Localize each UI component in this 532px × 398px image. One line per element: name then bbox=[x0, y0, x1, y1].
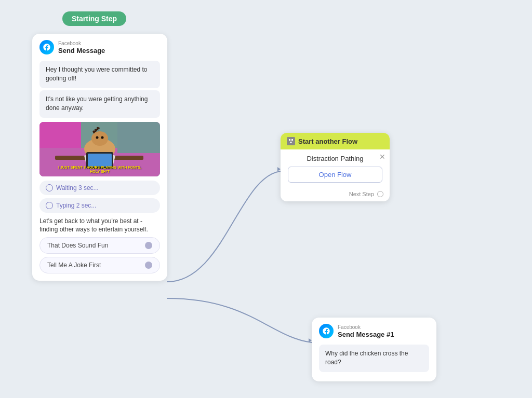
flow-name: Distraction Pathing bbox=[288, 155, 382, 162]
next-step-label: Next Step bbox=[349, 191, 374, 197]
quick-reply-1[interactable]: That Does Sound Fun bbox=[39, 237, 160, 254]
next-step-connector bbox=[377, 191, 383, 197]
typing-chip: Typing 2 sec... bbox=[39, 198, 160, 213]
svg-rect-13 bbox=[289, 139, 290, 141]
starting-step-badge: Starting Step bbox=[62, 11, 126, 26]
clock-icon bbox=[46, 184, 53, 191]
main-send-message-card: Facebook Send Message Hey I thought you … bbox=[32, 34, 167, 281]
quick-reply-1-label: That Does Sound Fun bbox=[47, 242, 108, 249]
message-image: I JUST SPENT 8 HOURS PLAYING WITH FONTS.… bbox=[39, 122, 160, 176]
image-placeholder: I JUST SPENT 8 HOURS PLAYING WITH FONTS.… bbox=[39, 122, 160, 176]
card-title: Send Message bbox=[58, 47, 105, 54]
svg-point-10 bbox=[101, 136, 104, 139]
card-header: Facebook Send Message bbox=[32, 34, 167, 59]
typing-clock-icon bbox=[46, 202, 53, 209]
card-header-text: Facebook Send Message bbox=[58, 40, 105, 54]
flow-card-header: Start another Flow bbox=[281, 133, 390, 149]
closing-message: Let's get back to what you're best at - … bbox=[39, 217, 160, 235]
send-message-1-card: Facebook Send Message #1 Why did the chi… bbox=[312, 318, 436, 381]
quick-reply-2-connector bbox=[145, 262, 152, 269]
svg-rect-4 bbox=[117, 122, 160, 153]
flow-card-body: Distraction Pathing Open Flow bbox=[281, 149, 390, 188]
message-bubble-1: Hey I thought you were committed to goof… bbox=[39, 61, 160, 88]
quick-reply-1-connector bbox=[145, 242, 152, 249]
facebook-icon-2 bbox=[319, 324, 334, 338]
platform-label: Facebook bbox=[58, 40, 105, 47]
next-step-row: Next Step bbox=[281, 188, 390, 201]
quick-reply-2-label: Tell Me A Joke First bbox=[47, 262, 101, 269]
card-header-2: Facebook Send Message #1 bbox=[312, 318, 436, 342]
open-flow-button[interactable]: Open Flow bbox=[288, 167, 382, 183]
flow-icon bbox=[287, 137, 295, 145]
svg-point-8 bbox=[91, 131, 108, 146]
svg-point-9 bbox=[96, 136, 99, 139]
facebook-icon bbox=[39, 40, 54, 54]
message-bubble-3: Why did the chicken cross the road? bbox=[319, 345, 429, 372]
card-title-2: Send Message #1 bbox=[338, 331, 394, 338]
image-text-overlay: I JUST SPENT 8 HOURS PLAYING WITH FONTS.… bbox=[39, 166, 160, 174]
message-bubble-2: It's not like you were getting anything … bbox=[39, 90, 160, 118]
platform-label-2: Facebook bbox=[338, 324, 394, 331]
waiting-chip: Waiting 3 sec... bbox=[39, 181, 160, 195]
close-button[interactable]: ✕ bbox=[379, 153, 385, 161]
quick-reply-2[interactable]: Tell Me A Joke First bbox=[39, 257, 160, 273]
svg-rect-15 bbox=[290, 142, 292, 143]
card-header-text-2: Facebook Send Message #1 bbox=[338, 324, 394, 338]
wait-label: Waiting 3 sec... bbox=[56, 184, 99, 191]
svg-rect-14 bbox=[291, 139, 293, 141]
typing-label: Typing 2 sec... bbox=[56, 202, 96, 209]
flow-card-title: Start another Flow bbox=[298, 138, 357, 145]
start-another-flow-card: Start another Flow ✕ Distraction Pathing… bbox=[281, 133, 390, 201]
svg-rect-12 bbox=[88, 154, 112, 167]
svg-rect-3 bbox=[39, 122, 81, 148]
